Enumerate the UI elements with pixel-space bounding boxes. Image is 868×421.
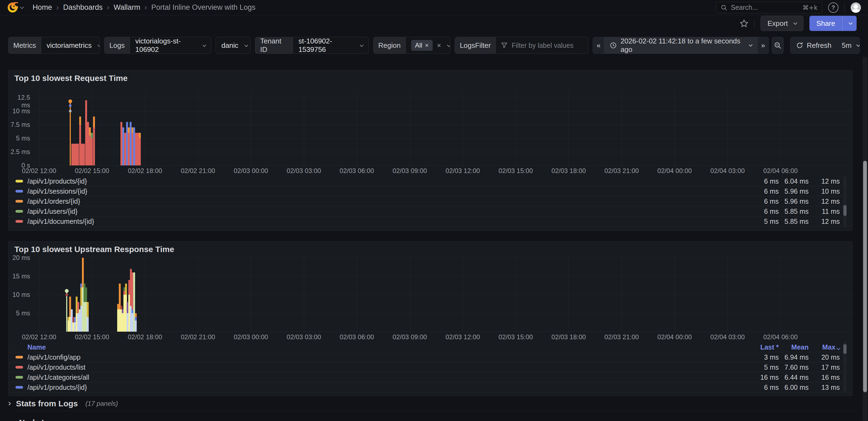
grafana-logo-icon[interactable]: [7, 2, 18, 13]
region-label: Region: [373, 37, 406, 54]
v-gridline: [780, 256, 781, 332]
chart-bar-segment: [82, 258, 84, 287]
x-axis-tick-label: 02/03 12:00: [438, 167, 487, 175]
time-range-button[interactable]: 2026-02-02 11:42:18 to a few seconds ago: [604, 37, 757, 54]
region-chip-label: All: [415, 41, 422, 49]
chip-remove-icon[interactable]: ×: [425, 41, 429, 49]
row-section-stats-from-logs[interactable]: › Stats from Logs (17 panels): [8, 397, 118, 410]
legend-max-value: 13 ms: [809, 384, 840, 391]
legend-scrollbar-track[interactable]: [843, 341, 846, 392]
variables-bar: Metrics victoriametrics Logs victorialog…: [0, 37, 868, 54]
row-section-partial[interactable]: Node Logs: [8, 416, 61, 421]
logsfilter-input[interactable]: Filter by label values: [496, 37, 588, 54]
legend-series-name[interactable]: /api/v1/config/app: [27, 354, 81, 361]
share-button[interactable]: Share: [809, 16, 842, 31]
x-axis-tick-label: 02/02 12:00: [14, 167, 63, 175]
legend-row[interactable]: /api/v1/orders/{id}6 ms5.96 ms12 ms: [8, 196, 852, 206]
y-axis-tick-label: 5 ms: [8, 135, 30, 142]
series-color-chip: [16, 190, 23, 193]
legend-series-name[interactable]: /api/v1/products/{id}: [27, 177, 87, 185]
refresh-interval-button[interactable]: 5m: [837, 37, 860, 54]
legend-series-name[interactable]: /api/v1/orders/{id}: [27, 197, 80, 205]
y-axis-tick-label: 12.5 ms: [8, 94, 30, 109]
breadcrumb-separator: ›: [107, 3, 109, 12]
x-axis-tick-label: 02/03 18:00: [544, 333, 593, 341]
x-axis-tick-label: 02/03 03:00: [279, 167, 328, 175]
search-input[interactable]: Search... ⌘+k: [716, 2, 822, 13]
region-chip[interactable]: All ×: [411, 40, 433, 51]
breadcrumb: Home › Dashboards › Wallarm › Portal Inl…: [33, 3, 255, 12]
region-select[interactable]: All × ×: [406, 37, 450, 54]
legend-header-mean[interactable]: Mean: [779, 343, 809, 351]
h-gridline: [35, 332, 852, 332]
legend-header-last[interactable]: Last *: [749, 343, 779, 351]
refresh-button[interactable]: Refresh: [790, 37, 837, 54]
series-color-chip: [16, 366, 23, 369]
legend-row[interactable]: /api/v1/config/app3 ms6.94 ms20 ms: [8, 352, 852, 362]
legend-row[interactable]: /api/v1/categories/all16 ms6.44 ms16 ms: [8, 372, 852, 383]
legend-scrollbar-thumb[interactable]: [843, 344, 846, 354]
legend-mean-value: 5.85 ms: [779, 207, 809, 215]
time-controls: « 2026-02-02 11:42:18 to a few seconds a…: [593, 37, 860, 54]
legend-header-name[interactable]: Name: [27, 343, 46, 351]
datasource-select[interactable]: danic: [216, 37, 251, 54]
breadcrumb-dashboards[interactable]: Dashboards: [63, 3, 103, 12]
legend-scrollbar-thumb[interactable]: [843, 205, 846, 216]
v-gridline: [39, 256, 39, 332]
legend-scrollbar-track[interactable]: [843, 176, 846, 227]
panel-title[interactable]: Top 10 slowest Upstream Response Time: [8, 242, 852, 253]
breadcrumb-home[interactable]: Home: [33, 3, 52, 12]
legend-row[interactable]: /api/v1/products/list5 ms7.60 ms17 ms: [8, 362, 852, 372]
breadcrumb-folder[interactable]: Wallarm: [114, 3, 140, 12]
legend-header-max[interactable]: Max: [809, 343, 840, 351]
legend-row[interactable]: /api/v1/sessions/{id}6 ms5.96 ms10 ms: [8, 186, 852, 196]
legend-max-value: 16 ms: [809, 373, 840, 381]
legend-series-name[interactable]: /api/v1/users/{id}: [27, 207, 78, 215]
x-axis-tick-label: 02/03 09:00: [385, 333, 434, 341]
legend-row[interactable]: /api/v1/products/{id}6 ms6.00 ms13 ms: [8, 383, 852, 392]
logsfilter-variable: LogsFilter Filter by label values: [455, 37, 588, 54]
clear-icon[interactable]: ×: [437, 41, 441, 50]
zoom-out-button[interactable]: [772, 37, 784, 54]
metrics-select[interactable]: victoriametrics: [41, 37, 100, 54]
zoom-out-icon: [774, 41, 782, 50]
h-gridline: [35, 152, 852, 152]
legend-series-name[interactable]: /api/v1/documents/{id}: [27, 218, 94, 225]
chevron-down-icon: [244, 43, 248, 47]
legend-row[interactable]: /api/v1/users/{id}6 ms5.85 ms11 ms: [8, 206, 852, 217]
x-axis-tick-label: 02/04 06:00: [756, 167, 805, 175]
legend-max-value: 12 ms: [809, 197, 840, 205]
chart-data-point: [65, 289, 69, 293]
v-gridline: [675, 256, 675, 332]
export-button[interactable]: Export: [761, 16, 803, 31]
time-shift-back-button[interactable]: «: [593, 37, 604, 54]
legend-series-name[interactable]: /api/v1/products/list: [27, 363, 86, 371]
chart-bar-segment: [139, 138, 141, 165]
row-expand-icon[interactable]: ›: [8, 398, 11, 408]
datasource-variable: danic: [216, 37, 251, 54]
legend-series-name[interactable]: /api/v1/categories/all: [27, 373, 89, 381]
user-avatar[interactable]: [850, 2, 861, 13]
legend-series-name[interactable]: /api/v1/sessions/{id}: [27, 188, 87, 195]
time-shift-forward-button[interactable]: »: [757, 37, 769, 54]
star-icon[interactable]: [740, 19, 748, 28]
logs-select[interactable]: victorialogs-st-106902: [130, 37, 211, 54]
page-scrollbar-thumb[interactable]: [863, 161, 867, 392]
legend-row[interactable]: /api/v1/products/{id}6 ms6.04 ms12 ms: [8, 176, 852, 186]
v-gridline: [357, 91, 357, 165]
legend-last-value: 6 ms: [749, 177, 779, 185]
legend-row[interactable]: /api/v1/documents/{id}5 ms5.85 ms12 ms: [8, 217, 852, 227]
legend-series-name[interactable]: /api/v1/products/{id}: [27, 384, 87, 391]
chart-bar-segment: [120, 122, 122, 165]
help-icon[interactable]: ?: [828, 2, 838, 13]
series-color-chip: [16, 180, 23, 183]
panel-title[interactable]: Top 10 slowest Request Time: [8, 71, 852, 82]
org-switcher-chevron-icon[interactable]: [20, 5, 24, 9]
metrics-value: victoriametrics: [46, 41, 92, 50]
legend-last-value: 5 ms: [749, 363, 779, 371]
x-axis-tick-label: 02/04 03:00: [703, 333, 752, 341]
tenant-select[interactable]: st-106902-1539756: [293, 37, 368, 54]
share-menu-button[interactable]: [842, 16, 857, 31]
x-axis-tick-label: 02/03 00:00: [226, 167, 275, 175]
chevron-down-icon: [849, 21, 852, 25]
